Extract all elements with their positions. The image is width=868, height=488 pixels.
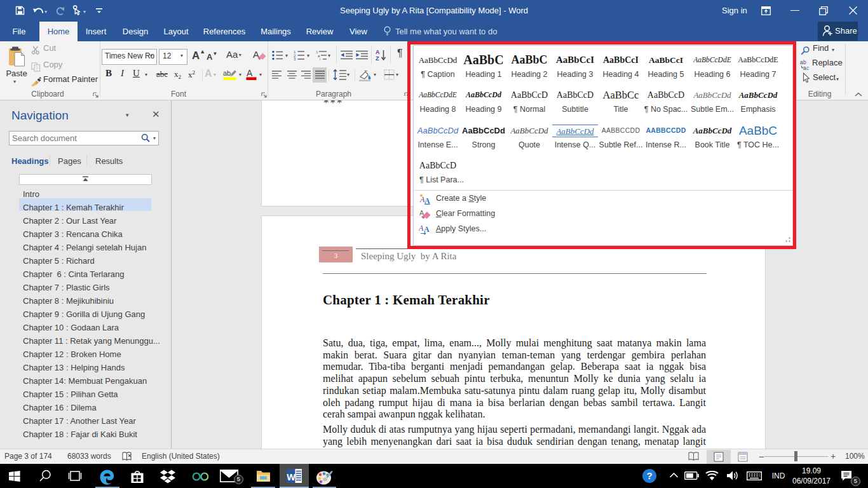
svg-text:A: A (247, 68, 253, 78)
svg-text:c: c (806, 65, 810, 71)
svg-text:Z: Z (376, 55, 379, 61)
svg-text:i: i (320, 57, 320, 60)
svg-text:W: W (287, 472, 295, 482)
svg-text:3: 3 (294, 57, 296, 60)
svg-text:ab: ab (223, 69, 231, 77)
svg-text:A: A (376, 49, 380, 55)
